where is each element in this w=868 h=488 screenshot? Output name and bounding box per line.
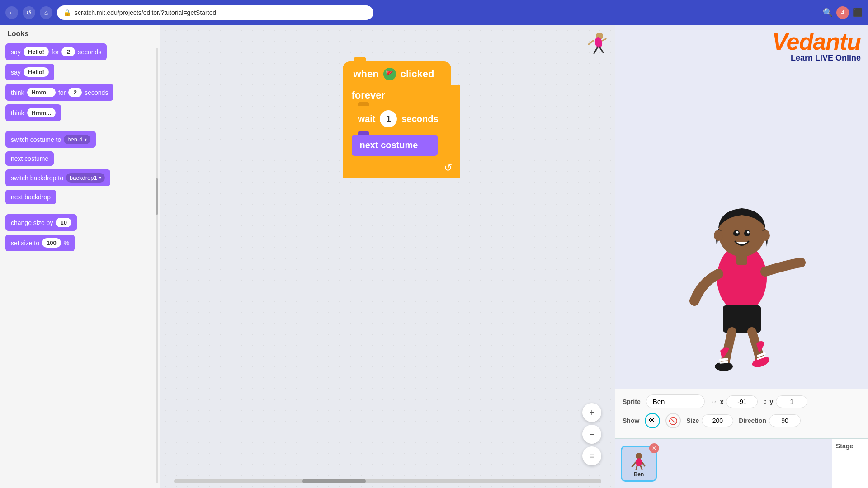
block-think-hmm[interactable]: think Hmm... xyxy=(5,104,155,121)
x-coord-input[interactable] xyxy=(726,395,758,408)
wait-seconds-block[interactable]: wait 1 seconds xyxy=(352,106,451,132)
svg-point-22 xyxy=(636,453,642,459)
think-seconds-value[interactable]: 2 xyxy=(68,88,82,97)
block-switch-costume[interactable]: switch costume to ben-d ▾ xyxy=(5,131,155,148)
set-size-block[interactable]: set size to 100 % xyxy=(5,235,75,251)
forever-c-block[interactable]: forever wait 1 seconds xyxy=(343,85,460,178)
backdrop-dropdown[interactable]: backdrop1 ▾ xyxy=(66,173,105,183)
home-button[interactable]: ⌂ xyxy=(40,6,52,19)
block-think-hmm-seconds[interactable]: think Hmm... for 2 seconds xyxy=(5,84,155,101)
y-coord-label: y xyxy=(769,398,773,405)
svg-point-13 xyxy=(761,230,770,241)
say-hello-input[interactable]: Hello! xyxy=(24,47,49,56)
when-clicked-block[interactable]: when 🚩 clicked xyxy=(343,61,451,87)
sprite-thumbnail[interactable]: ✕ Ben xyxy=(621,446,657,482)
zoom-fit-button[interactable]: = xyxy=(582,446,601,465)
green-flag-icon: 🚩 xyxy=(383,68,396,80)
character-area xyxy=(670,174,814,375)
switch-costume-block[interactable]: switch costume to ben-d ▾ xyxy=(5,131,96,148)
change-size-value[interactable]: 10 xyxy=(56,218,71,227)
canvas-sprite-svg xyxy=(576,30,608,61)
show-row: Show 👁 🚫 Size Direction xyxy=(623,413,861,428)
next-costume-canvas-block[interactable]: next costume xyxy=(352,135,438,156)
think-hmm-input[interactable]: Hmm... xyxy=(27,88,56,97)
clicked-label: clicked xyxy=(401,68,434,80)
character-svg xyxy=(670,174,814,373)
sprite-controls: Sprite ↔ x ↕ y Show 👁 🚫 Size xyxy=(615,389,868,438)
vedantu-tagline: Learn LIVE Online xyxy=(772,53,861,63)
size-label: Size xyxy=(686,417,699,424)
profile-icon[interactable]: 4 xyxy=(836,6,849,19)
direction-input[interactable] xyxy=(769,414,801,427)
costume-dropdown[interactable]: ben-d ▾ xyxy=(64,135,90,144)
sprite-panel: ✕ Ben 🐱 Sta xyxy=(615,438,868,488)
forever-block-wrapper: forever wait 1 seconds xyxy=(343,85,460,178)
backdrop-dropdown-arrow: ▾ xyxy=(99,175,101,180)
wait-label: wait xyxy=(358,114,376,124)
canvas-scrollbar-thumb[interactable] xyxy=(302,479,366,483)
next-backdrop-block[interactable]: next backdrop xyxy=(5,190,56,204)
back-button[interactable]: ← xyxy=(5,6,18,19)
scrollbar-thumb[interactable] xyxy=(156,178,158,215)
block-next-backdrop[interactable]: next backdrop xyxy=(5,190,155,204)
panel-title: Looks xyxy=(5,30,155,38)
svg-line-26 xyxy=(636,466,637,470)
canvas-scrollbar[interactable] xyxy=(174,479,601,483)
url-bar[interactable]: 🔒 scratch.mit.edu/projects/editor/?tutor… xyxy=(57,5,373,20)
show-hidden-button[interactable]: 🚫 xyxy=(665,413,681,428)
svg-point-9 xyxy=(744,230,750,236)
block-switch-backdrop[interactable]: switch backdrop to backdrop1 ▾ xyxy=(5,169,155,186)
say-seconds-value[interactable]: 2 xyxy=(61,47,75,56)
scrollbar-track xyxy=(156,48,158,483)
change-size-label: change size by xyxy=(11,219,53,226)
say-hello-input2[interactable]: Hello! xyxy=(24,67,49,77)
size-input[interactable] xyxy=(702,414,733,427)
think-label: think xyxy=(11,89,24,96)
switch-backdrop-label: switch backdrop to xyxy=(11,174,63,182)
seconds-block-label: seconds xyxy=(401,114,438,124)
svg-point-12 xyxy=(714,230,723,241)
wait-value-input[interactable]: 1 xyxy=(380,110,397,127)
x-coord-group: ↔ x xyxy=(710,395,758,408)
svg-line-3 xyxy=(599,47,603,52)
refresh-button[interactable]: ↺ xyxy=(23,6,35,19)
y-coord-input[interactable] xyxy=(776,395,807,408)
set-size-value[interactable]: 100 xyxy=(42,238,61,248)
vedantu-branding: Vedantu Learn LIVE Online xyxy=(772,30,861,63)
search-icon[interactable]: 🔍 xyxy=(823,8,833,18)
say-hello-seconds-block[interactable]: say Hello! for 2 seconds xyxy=(5,43,107,60)
say-hello-block[interactable]: say Hello! xyxy=(5,64,54,80)
stage-label-area: Stage xyxy=(832,439,868,488)
block-change-size[interactable]: change size by 10 xyxy=(5,214,155,231)
show-label: Show xyxy=(623,417,639,424)
svg-point-10 xyxy=(736,231,738,234)
browser-actions: 🔍 4 ⬛ xyxy=(823,6,863,19)
size-group: Size xyxy=(686,414,733,427)
block-set-size[interactable]: set size to 100 % xyxy=(5,235,155,251)
svg-point-11 xyxy=(747,231,749,234)
svg-line-2 xyxy=(594,47,598,53)
loop-arrow-icon: ↺ xyxy=(444,162,452,174)
block-say-hello-seconds[interactable]: say Hello! for 2 seconds xyxy=(5,43,155,60)
think-hmm-seconds-block[interactable]: think Hmm... for 2 seconds xyxy=(5,84,113,101)
next-costume-label: next costume xyxy=(11,155,48,162)
zoom-controls: + − = xyxy=(582,403,601,465)
svg-rect-15 xyxy=(723,305,761,333)
next-costume-block[interactable]: next costume xyxy=(5,151,54,166)
zoom-out-button[interactable]: − xyxy=(582,425,601,444)
vedantu-logo: Vedantu xyxy=(772,30,861,53)
think-hmm-block[interactable]: think Hmm... xyxy=(5,104,61,121)
switch-backdrop-block[interactable]: switch backdrop to backdrop1 ▾ xyxy=(5,169,110,186)
sprite-name-input[interactable] xyxy=(646,394,705,408)
show-visible-button[interactable]: 👁 xyxy=(645,413,660,428)
left-panel: Looks say Hello! for 2 seconds say Hello… xyxy=(0,25,160,488)
zoom-in-button[interactable]: + xyxy=(582,403,601,422)
sprite-delete-button[interactable]: ✕ xyxy=(649,443,659,453)
block-next-costume[interactable]: next costume xyxy=(5,151,155,166)
set-size-label: set size to xyxy=(11,239,39,247)
change-size-block[interactable]: change size by 10 xyxy=(5,214,77,231)
extensions-icon[interactable]: ⬛ xyxy=(853,8,863,18)
block-say-hello[interactable]: say Hello! xyxy=(5,64,155,80)
think-hmm-input2[interactable]: Hmm... xyxy=(27,108,56,117)
stage-viewport: Vedantu Learn LIVE Online xyxy=(615,25,868,389)
